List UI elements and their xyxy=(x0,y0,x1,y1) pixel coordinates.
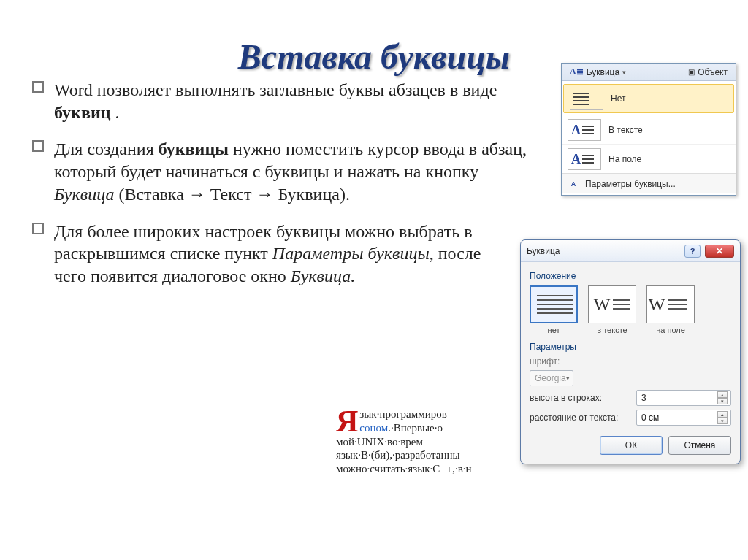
dd-params-label: Параметры буквицы... xyxy=(585,179,676,189)
dropdown-item-intext[interactable]: A В тексте xyxy=(562,115,736,144)
sample-l1a: зык·программиров xyxy=(359,408,446,420)
sample-l3: язык·B·(би),·разработанны xyxy=(336,449,460,461)
dropcap-glyph-icon: A≣ xyxy=(570,66,584,77)
dropdown-item-inmargin[interactable]: A На поле xyxy=(562,144,736,173)
dialog-close-button[interactable]: ✕ xyxy=(705,245,734,258)
p2-f: Текст xyxy=(206,185,256,204)
dropcap-letter: Я xyxy=(336,407,359,434)
dd-label: На поле xyxy=(608,154,641,164)
thumb-margin-icon: A xyxy=(568,148,601,170)
ribbon-button-label: Буквица xyxy=(587,67,620,77)
paragraph-2: Для создания буквицы нужно поместить кур… xyxy=(32,138,536,205)
pos-label: в тексте xyxy=(588,326,636,334)
dd-label: Нет xyxy=(611,93,625,104)
arrow-icon: → xyxy=(256,184,273,204)
distance-spinner[interactable]: 0 см ▴▾ xyxy=(636,410,731,426)
position-inmargin[interactable]: W на поле xyxy=(646,285,695,334)
height-spinner[interactable]: 3 ▴▾ xyxy=(636,390,731,406)
dropcap-example: Я зык·программиров соном.·Впервые·о мой·… xyxy=(336,407,541,476)
p3-b: Параметры буквицы xyxy=(272,244,430,263)
dropcap-ribbon-button[interactable]: A≣ Буквица ▾ xyxy=(566,65,630,79)
p2-d: Буквица xyxy=(54,185,114,204)
arrow-icon: → xyxy=(188,184,206,204)
dialog-title: Буквица xyxy=(527,246,560,256)
p1-bold: буквиц xyxy=(54,103,111,122)
position-none[interactable]: нет xyxy=(530,285,578,334)
sample-l1b: соном xyxy=(359,422,388,434)
chevron-down-icon: ▾ xyxy=(566,375,570,382)
p2-e: (Вставка xyxy=(114,185,188,204)
spin-up-icon[interactable]: ▴ xyxy=(717,391,728,398)
font-value: Georgia xyxy=(535,373,566,383)
text-content: Word позволяет выполнять заглавные буквы… xyxy=(32,70,536,302)
chevron-down-icon: ▾ xyxy=(622,69,626,76)
sample-l4: можно·считать·язык·C++,·в·н xyxy=(336,463,472,475)
height-row: высота в строках: 3 ▴▾ xyxy=(530,390,731,406)
font-row: шрифт: xyxy=(530,356,731,367)
font-select[interactable]: Georgia ▾ xyxy=(530,370,573,386)
thumb-intext-icon: A xyxy=(568,119,601,141)
font-label: шрифт: xyxy=(530,356,632,367)
p2-b: буквицы xyxy=(159,139,229,158)
p1-text-a: Word позволяет выполнять заглавные буквы… xyxy=(54,80,497,99)
distance-row: расстояние от текста: 0 см ▴▾ xyxy=(530,410,731,426)
paragraph-3: Для более широких настроек буквицы можно… xyxy=(32,220,500,288)
p2-a: Для создания xyxy=(54,139,159,158)
dialog-help-button[interactable]: ? xyxy=(684,245,701,258)
params-label: Параметры xyxy=(530,342,731,352)
spin-up-icon[interactable]: ▴ xyxy=(717,411,728,418)
dropdown-body: Нет A В тексте A На поле A Параметры бук… xyxy=(562,81,736,195)
p2-g: Буквица). xyxy=(273,185,350,204)
cancel-button[interactable]: Отмена xyxy=(668,436,731,455)
bullet-icon xyxy=(32,140,44,152)
pos-label: на поле xyxy=(646,326,695,334)
dropcap-dialog: Буквица ? ✕ Положение нет W в тексте xyxy=(520,239,741,464)
position-label: Положение xyxy=(530,271,731,281)
distance-label: расстояние от текста: xyxy=(530,413,632,423)
ribbon-header: A≣ Буквица ▾ ▣ Объект xyxy=(562,64,736,81)
dropdown-item-params[interactable]: A Параметры буквицы... xyxy=(562,173,736,193)
ok-button[interactable]: ОК xyxy=(600,436,663,455)
thumb-margin-icon: W xyxy=(646,285,695,323)
height-label: высота в строках: xyxy=(530,393,632,403)
bullet-icon xyxy=(32,223,44,234)
p3-d: Буквица. xyxy=(291,266,355,285)
thumb-none-icon xyxy=(570,88,603,110)
distance-value: 0 см xyxy=(641,413,659,423)
object-icon: ▣ xyxy=(688,68,695,76)
p1-text-c: . xyxy=(111,103,120,122)
dropdown-item-none[interactable]: Нет xyxy=(563,84,734,113)
bullet-icon xyxy=(32,81,44,93)
pos-label: нет xyxy=(530,326,578,334)
object-label: Объект xyxy=(698,67,728,77)
ribbon-dropdown: A≣ Буквица ▾ ▣ Объект Нет A В тексте A xyxy=(561,63,736,196)
thumb-none-icon xyxy=(530,285,578,323)
thumb-intext-icon: W xyxy=(588,285,636,323)
position-intext[interactable]: W в тексте xyxy=(588,285,636,334)
dd-label: В тексте xyxy=(608,125,643,135)
position-options: нет W в тексте W на поле xyxy=(530,285,731,334)
paragraph-1: Word позволяет выполнять заглавные буквы… xyxy=(32,79,536,123)
dialog-titlebar: Буквица ? ✕ xyxy=(521,240,740,262)
object-ribbon-button[interactable]: ▣ Объект xyxy=(684,66,731,79)
sample-l2: мой·UNIX·во·врем xyxy=(336,436,423,448)
spin-down-icon[interactable]: ▾ xyxy=(717,418,728,424)
params-icon: A xyxy=(568,180,579,188)
spin-down-icon[interactable]: ▾ xyxy=(717,398,728,404)
sample-l1c: .·Впервые·о xyxy=(388,422,443,434)
height-value: 3 xyxy=(641,393,646,403)
